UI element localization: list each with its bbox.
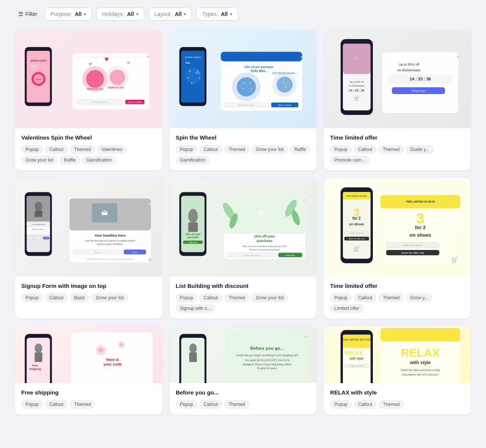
template-grid: QUEEN SHEBA Your skip Wheel ♥ ♥ ♥ <box>15 30 471 415</box>
svg-text:Subscribe: Subscribe <box>285 254 295 256</box>
purpose-dropdown[interactable]: Purpose: All ▾ <box>45 8 92 20</box>
tag-popup: Popup <box>330 400 352 409</box>
tag-popup: Popup <box>21 294 43 302</box>
card-list-building[interactable]: 15% off your purchase Subscribe ❀ 15% of… <box>170 178 317 319</box>
card-info-signup: Signup Form with Image on top Popup Call… <box>15 277 162 308</box>
svg-text:purchase: purchase <box>187 236 199 239</box>
filter-icon: ☰ <box>18 11 23 17</box>
svg-text:on shoes: on shoes <box>349 222 364 226</box>
tag-callout: Callout <box>354 400 376 409</box>
tag-grow-list: Grow your list <box>21 156 57 164</box>
svg-text:Enter your email: Enter your email <box>349 365 363 367</box>
svg-text:i: i <box>150 259 150 261</box>
tag-callout: Callout <box>199 294 222 302</box>
tag-gamification: Gamification <box>176 156 210 164</box>
tag-popup: Popup <box>21 145 43 154</box>
tag-raffle: Raffle <box>290 145 310 154</box>
svg-text:Seize the offer now: Seize the offer now <box>401 252 424 254</box>
types-dropdown[interactable]: Types: All ▾ <box>196 8 238 20</box>
svg-text:✕: ✕ <box>147 55 150 59</box>
svg-text:Your: Your <box>30 64 36 67</box>
svg-text:Spin for wheel: Spin for wheel <box>128 101 142 103</box>
svg-text:with style: with style <box>349 357 363 360</box>
tag-popup: Popup <box>21 400 43 409</box>
svg-point-15 <box>86 70 104 88</box>
svg-rect-38 <box>221 52 302 61</box>
svg-text:♥: ♥ <box>88 61 92 67</box>
svg-rect-10 <box>76 57 146 58</box>
card-info-free-shipping: Free shipping Popup Callout Themed <box>15 383 162 415</box>
purpose-value: All <box>75 11 82 17</box>
svg-text:Seize the offer now: Seize the offer now <box>348 237 364 240</box>
tag-grow-list: Grow your list <box>92 294 128 302</box>
tag-callout: Callout <box>354 294 376 302</box>
svg-text:SPIN: SPIN <box>195 72 200 74</box>
svg-text:Enter your email: Enter your email <box>403 244 422 247</box>
svg-text:Subscribe: Subscribe <box>189 241 197 244</box>
svg-text:Up to 50% off: Up to 50% off <box>350 81 364 83</box>
card-tags-list-building: Popup Callout Themed Grow your list Sign… <box>176 294 311 313</box>
svg-text:✕: ✕ <box>303 198 306 202</box>
card-relax-style[interactable]: THE LIMITED EDITION RELAX with style Ent… <box>324 326 471 415</box>
tag-popup: Popup <box>176 400 197 409</box>
card-title-before-go: Before you go... <box>176 389 311 396</box>
tag-limited-offer: Limited offer <box>330 304 363 313</box>
card-image-relax: THE LIMITED EDITION RELAX with style Ent… <box>324 326 471 383</box>
tag-themed: Themed <box>224 400 249 409</box>
svg-text:★: ★ <box>249 81 251 85</box>
card-free-shipping[interactable]: Free shipping 🌸 🌸 Here is your code Free… <box>15 326 162 415</box>
card-info-time-limited: Time limited offer Popup Callout Themed … <box>324 128 471 170</box>
svg-text:★: ★ <box>241 87 244 91</box>
card-time-limited-2[interactable]: TIME LIMITED 05:38:28 3 for 2 on shoes E… <box>324 178 471 319</box>
svg-text:QUEEN SHEBA: QUEEN SHEBA <box>30 60 47 62</box>
svg-text:on shoes: on shoes <box>409 232 431 238</box>
svg-text:❀: ❀ <box>257 208 264 218</box>
svg-text:✕: ✕ <box>300 55 303 59</box>
card-time-limited-1[interactable]: 🌸 Up to 50% off on kitchenware 14 : 33 :… <box>324 30 471 170</box>
types-label: Types: <box>202 11 218 17</box>
card-title-valentines: Valentines Spin the Wheel <box>21 134 156 141</box>
holidays-label: Holidays: <box>102 11 124 17</box>
svg-text:3: 3 <box>416 211 424 226</box>
holidays-dropdown[interactable]: Holidays: All ▾ <box>96 8 144 20</box>
card-title-list-building: List Building with discount <box>176 283 311 289</box>
card-spin-wheel[interactable]: QUEEN SHEBA You ★ ★ ★ ★ ★ SPIN ✕ 20% off… <box>170 30 317 170</box>
card-tags-signup: Popup Callout Basic Grow your list <box>21 294 156 302</box>
filter-button[interactable]: ☰ Filter <box>15 8 40 20</box>
card-valentines-spin[interactable]: QUEEN SHEBA Your skip Wheel ♥ ♥ ♥ <box>15 30 162 170</box>
holidays-chevron-icon: ▾ <box>136 12 139 17</box>
card-image-list-building: 15% off your purchase Subscribe ❀ 15% of… <box>170 178 317 277</box>
svg-text:Enter your email: Enter your email <box>92 101 108 103</box>
svg-text:🏔: 🏔 <box>101 209 108 217</box>
card-signup-form[interactable]: Your headline here Use this text block..… <box>15 178 162 319</box>
svg-text:★: ★ <box>196 70 199 72</box>
card-image-free-shipping: Free shipping 🌸 🌸 Here is your code <box>15 326 162 383</box>
svg-text:Enter your email: Enter your email <box>349 232 363 234</box>
layout-dropdown[interactable]: Layout: All ▾ <box>149 8 192 20</box>
svg-text:20% off per purchase: 20% off per purchase <box>245 65 273 69</box>
holidays-value: All <box>127 11 134 17</box>
card-tags-relax: Popup Callout Themed <box>330 400 465 409</box>
tag-themed: Themed <box>70 145 95 154</box>
tag-themed: Themed <box>224 145 249 154</box>
card-before-go[interactable]: Before you go... It looks like you forgo… <box>170 326 317 415</box>
svg-text:with style: with style <box>409 360 431 365</box>
svg-text:★: ★ <box>286 80 289 84</box>
tag-guide: Guide y... <box>406 145 433 154</box>
card-title-spin: Spin the Wheel <box>176 134 311 141</box>
svg-text:♥: ♥ <box>104 55 109 63</box>
svg-text:purchase: purchase <box>257 239 272 243</box>
svg-text:Free: Free <box>32 364 38 367</box>
svg-rect-154 <box>35 352 42 362</box>
purpose-chevron-icon: ▾ <box>84 12 86 17</box>
svg-rect-175 <box>343 335 371 348</box>
svg-text:Wheel of Love: Wheel of Love <box>87 88 103 90</box>
svg-text:Email: Email <box>95 251 100 253</box>
svg-text:✕: ✕ <box>456 55 459 59</box>
layout-value: All <box>175 11 181 17</box>
card-image-signup: Your headline here Use this text block..… <box>15 178 162 277</box>
card-image-time-limited-2: TIME LIMITED 05:38:28 3 for 2 on shoes E… <box>324 178 471 277</box>
svg-text:★: ★ <box>187 77 189 79</box>
svg-text:14 : 33 : 36: 14 : 33 : 36 <box>349 89 364 92</box>
svg-text:✕: ✕ <box>304 335 307 338</box>
